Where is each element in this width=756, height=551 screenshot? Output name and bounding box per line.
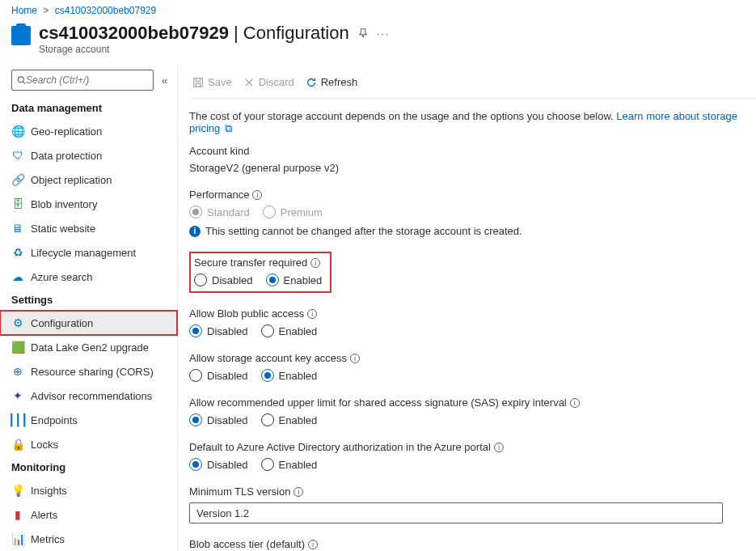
info-icon[interactable]: i [294,487,303,497]
sidebar-item-insights[interactable]: 💡Insights [0,478,177,502]
sidebar-item-configuration[interactable]: ⚙Configuration [0,311,177,335]
info-icon[interactable]: i [570,398,580,408]
search-input[interactable] [26,74,148,86]
discard-icon [243,77,255,88]
sidebar: « Data management🌐Geo-replication🛡Data p… [0,66,178,551]
radio-secure-transfer-enabled[interactable]: Enabled [266,273,323,286]
sidebar-item-object-replication[interactable]: 🔗Object replication [0,167,177,192]
sidebar-item-label: Object replication [31,174,112,186]
secure-transfer-label: Secure transfer requiredi [194,256,322,269]
sidebar-item-label: Endpoints [31,414,78,426]
sidebar-group-title: Data management [0,97,177,119]
tls-version-select[interactable]: Version 1.2 [189,502,723,523]
radio-aad-disabled[interactable]: Disabled [189,458,248,471]
sidebar-item-label: Configuration [31,317,93,329]
radio-secure-transfer-disabled[interactable]: Disabled [194,273,253,286]
info-icon[interactable]: i [350,354,360,363]
sidebar-item-label: Alerts [31,509,57,521]
collapse-sidebar-icon[interactable]: « [162,74,167,87]
search-icon [17,75,26,85]
lifecycle-icon: ♻ [11,246,24,259]
info-icon[interactable]: i [494,443,504,452]
radio-performance-premium: Premium [263,206,323,218]
sidebar-item-data-lake-gen2-upgrade[interactable]: 🟩Data Lake Gen2 upgrade [0,335,177,359]
info-icon[interactable]: i [307,309,317,319]
blob-public-access-label: Allow Blob public accessi [189,307,748,320]
refresh-button[interactable]: Refresh [302,76,361,88]
info-badge-icon: i [189,226,201,237]
refresh-icon [306,77,317,88]
sidebar-item-label: Data Lake Gen2 upgrade [31,341,149,354]
sidebar-item-locks[interactable]: 🔒Locks [0,432,177,456]
more-icon[interactable]: ··· [377,28,391,41]
metrics-icon: 📊 [11,532,24,545]
sidebar-item-alerts[interactable]: ▮Alerts [0,502,177,527]
sidebar-item-resource-sharing-cors-[interactable]: ⊕Resource sharing (CORS) [0,359,177,384]
shield-icon: 🛡 [11,149,24,162]
discard-button[interactable]: Discard [240,76,298,88]
sas-expiry-label: Allow recommended upper limit for shared… [189,396,748,409]
secure-transfer-highlight: Secure transfer requiredi Disabled Enabl… [189,252,332,293]
sidebar-item-label: Metrics [31,533,65,545]
radio-performance-standard: Standard [189,206,250,218]
lake-icon: 🟩 [11,341,24,354]
cors-icon: ⊕ [11,365,24,378]
cloud-icon: ☁ [11,270,24,283]
sidebar-item-advisor-recommendations[interactable]: ✦Advisor recommendations [0,384,177,408]
sidebar-group-title: Monitoring [0,456,177,478]
sidebar-item-label: Geo-replication [31,125,102,138]
inventory-icon: 🗄 [11,197,24,210]
breadcrumb-resource[interactable]: cs410032000beb07929 [55,5,156,16]
breadcrumb-home[interactable]: Home [11,5,37,16]
info-icon[interactable]: i [310,258,320,268]
account-kind-value: StorageV2 (general purpose v2) [189,162,748,174]
info-icon[interactable]: i [252,190,262,200]
radio-aad-enabled[interactable]: Enabled [261,458,318,471]
radio-key-access-enabled[interactable]: Enabled [261,369,318,382]
external-link-icon: ⧉ [225,122,232,135]
info-icon[interactable]: i [308,540,318,549]
sidebar-item-label: Blob inventory [31,198,97,210]
radio-sas-disabled[interactable]: Disabled [189,413,248,426]
sidebar-item-label: Lifecycle management [31,247,136,259]
pin-icon[interactable] [357,28,369,41]
radio-blob-public-disabled[interactable]: Disabled [189,324,248,337]
sidebar-item-metrics[interactable]: 📊Metrics [0,527,177,551]
radio-blob-public-enabled[interactable]: Enabled [261,324,318,337]
sidebar-item-geo-replication[interactable]: 🌐Geo-replication [0,119,177,143]
alerts-icon: ▮ [11,508,24,521]
endpoints-icon: ┃┃┃ [11,413,24,426]
radio-sas-enabled[interactable]: Enabled [261,413,318,426]
radio-key-access-disabled[interactable]: Disabled [189,369,248,382]
lock-icon: 🔒 [11,438,24,451]
storage-account-icon [11,26,31,45]
replicate-icon: 🔗 [11,173,24,186]
page-title: cs410032000beb07929 | Configuration [39,23,349,43]
sidebar-group-title: Settings [0,289,177,311]
sidebar-item-data-protection[interactable]: 🛡Data protection [0,143,177,167]
sidebar-item-label: Data protection [31,150,102,162]
sidebar-item-endpoints[interactable]: ┃┃┃Endpoints [0,408,177,432]
sidebar-item-azure-search[interactable]: ☁Azure search [0,265,177,289]
sidebar-search[interactable] [11,70,154,91]
resource-type-label: Storage account [39,44,349,55]
sidebar-item-lifecycle-management[interactable]: ♻Lifecycle management [0,240,177,265]
performance-label: Performancei [189,189,748,201]
globe-icon: 🌐 [11,125,24,138]
sidebar-item-label: Resource sharing (CORS) [31,366,154,378]
gear-icon: ⚙ [11,316,24,329]
website-icon: 🖥 [11,222,24,235]
svg-rect-1 [194,78,203,87]
sidebar-item-static-website[interactable]: 🖥Static website [0,216,177,240]
chevron-right-icon: > [43,5,49,16]
tls-version-label: Minimum TLS versioni [189,485,748,498]
sidebar-item-label: Static website [31,223,95,235]
sidebar-item-label: Locks [31,439,58,451]
svg-point-0 [18,77,23,83]
sidebar-item-label: Insights [31,485,67,497]
blob-tier-label: Blob access tier (default)i [189,538,748,550]
save-icon [192,77,204,88]
save-button[interactable]: Save [189,76,235,88]
account-kind-label: Account kind [189,145,748,157]
sidebar-item-blob-inventory[interactable]: 🗄Blob inventory [0,192,177,216]
